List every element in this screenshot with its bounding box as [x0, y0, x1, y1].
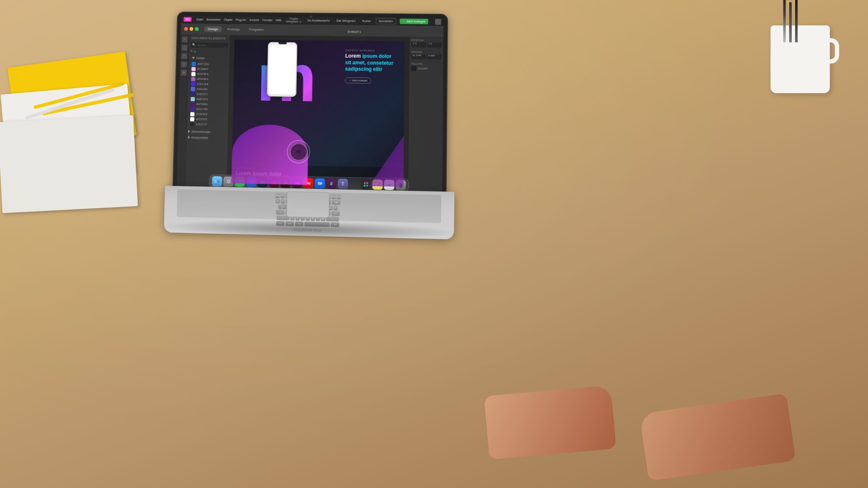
fill-swatch[interactable] — [411, 66, 416, 71]
key-tab[interactable]: ⇥ — [278, 204, 287, 209]
nav-cta[interactable]: → Jetzt loslegen — [399, 19, 428, 25]
zeichenformate-label: Zeichenformate — [192, 130, 211, 133]
color-swatch-4[interactable] — [191, 82, 195, 86]
tool-zoom[interactable]: ⊕ — [181, 70, 186, 76]
right-panel-position: Position X 0 Y 0 — [411, 39, 442, 48]
color-hex-10: #FAFEFE — [196, 113, 208, 116]
color-swatch-0[interactable] — [192, 62, 196, 66]
dock-finder[interactable] — [212, 176, 222, 187]
xd-interface: XD Datei Bearbeiten Objekt Plug-ins Ansi… — [177, 16, 444, 194]
tool-text[interactable]: T — [181, 61, 187, 67]
tools-in-mug — [783, 0, 798, 42]
color-swatch-3[interactable] — [191, 77, 195, 81]
trackpad[interactable] — [287, 191, 330, 218]
key-return[interactable]: ↩ — [331, 211, 340, 216]
traffic-light-red[interactable] — [184, 27, 188, 31]
right-panel-size: Größe W 1440 H 900 — [411, 51, 442, 60]
komponenten-expand-icon — [188, 136, 190, 139]
h-input[interactable]: H 900 — [427, 54, 442, 59]
color-hex-3: #F6FBFA — [197, 78, 209, 81]
menu-bearbeiten[interactable]: Bearbeiten — [206, 18, 220, 21]
color-swatch-1[interactable] — [192, 67, 196, 71]
color-swatch-12[interactable] — [190, 122, 194, 126]
tool-shape[interactable]: □ — [181, 45, 187, 51]
color-item-1: #F2B8FF — [192, 67, 226, 72]
key-p[interactable]: P — [334, 205, 338, 210]
design-canvas: m CRYPTO WINGMEN L — [231, 39, 405, 187]
dock-slack[interactable]: # — [326, 178, 337, 189]
panel-search[interactable]: 🔍 Suchen… — [190, 42, 228, 48]
color-swatch-2[interactable] — [191, 72, 195, 76]
color-swatch-10[interactable] — [190, 112, 195, 116]
key-f12[interactable]: F12 — [337, 194, 341, 199]
filter-icon[interactable]: ⇅ — [190, 50, 193, 53]
headline-lorem: Lorem — [345, 53, 361, 59]
w-input[interactable]: W 1440 — [411, 54, 426, 59]
color-swatch-11[interactable] — [190, 117, 195, 122]
menu-fenster[interactable]: Fenster — [262, 19, 273, 22]
komponenten-header[interactable]: Komponenten — [186, 134, 228, 141]
books-area — [0, 34, 161, 212]
dock-figma[interactable] — [361, 179, 371, 190]
color-list: #0071EA #F2B8FF #F6FBFA — [188, 61, 228, 128]
phone-notch — [278, 42, 287, 44]
menu-ansicht[interactable]: Ansicht — [250, 19, 259, 22]
tab-prototyp[interactable]: Prototyp — [224, 27, 243, 32]
color-hex-5: #4A5ADC — [197, 88, 208, 91]
right-panel-fill: Füllung #111827 — [411, 63, 442, 72]
nav-funktioniert[interactable]: So funktioniert's — [306, 18, 331, 23]
badge-icon: ✉ — [296, 149, 300, 155]
key-2[interactable]: 2 — [281, 199, 285, 203]
komponenten-label: Komponenten — [191, 136, 208, 139]
nav-tabs: So funktioniert's Die Wingmen Kurse Anme… — [306, 17, 428, 25]
key-esc[interactable]: esc — [275, 193, 280, 197]
mug-handle — [826, 38, 839, 64]
fill-label: Füllung — [411, 63, 442, 66]
key-backspace[interactable]: ⌫ — [332, 200, 340, 205]
key-1[interactable]: 1 — [275, 199, 280, 203]
tab-freigaben[interactable]: Freigaben — [245, 27, 267, 32]
tab-design[interactable]: Design — [204, 26, 221, 32]
window-ctrl-1[interactable] — [435, 19, 441, 25]
design-cta-button[interactable]: → Jetzt loslegen — [345, 77, 372, 83]
key-f11[interactable]: F11 — [331, 194, 336, 199]
color-swatch-7[interactable] — [191, 97, 195, 101]
traffic-light-green[interactable] — [195, 27, 199, 31]
menu-hilfe[interactable]: Hilfe — [276, 19, 282, 22]
expand-icon — [192, 57, 195, 59]
size-inputs: W 1440 H 900 — [411, 54, 442, 60]
xd-canvas[interactable]: m CRYPTO WINGMEN L — [227, 35, 409, 191]
svg-point-1 — [217, 180, 220, 183]
nav-wingmen[interactable]: Die Wingmen — [335, 18, 357, 23]
color-swatch-9[interactable] — [190, 107, 195, 111]
dock-teams[interactable]: T — [338, 179, 348, 189]
color-hex-9: #33179E — [196, 108, 208, 111]
pen-3 — [795, 0, 798, 42]
dock-chrome[interactable] — [349, 179, 360, 189]
key-caps[interactable]: ⇪ — [276, 210, 284, 214]
color-swatch-8[interactable] — [190, 102, 195, 106]
design-text-area: CRYPTO WINGMEN Lorem ipsum dolor sit ame… — [345, 49, 401, 84]
cloud-title: Crypto Wingmen ∨ — [286, 17, 301, 23]
tool-pen[interactable]: ✏ — [181, 53, 187, 59]
color-item-12: #151F1F — [190, 122, 225, 127]
dock-behance[interactable]: Bē — [314, 178, 325, 189]
traffic-light-yellow[interactable] — [189, 27, 193, 31]
color-swatch-6[interactable] — [191, 92, 195, 96]
color-hex-7: #88CDC6 — [197, 97, 208, 101]
nav-kurse[interactable]: Kurse — [361, 18, 373, 24]
tool-select[interactable]: ↖ — [181, 36, 187, 42]
x-input[interactable]: X 0 — [411, 42, 426, 47]
xd-logo-badge: XD — [184, 17, 192, 22]
phone-screen — [269, 45, 296, 94]
panel-title: DOKUMENTELEMENTE — [189, 35, 230, 42]
y-input[interactable]: Y 0 — [427, 42, 442, 47]
colors-header[interactable]: Farben — [190, 55, 228, 61]
menu-objekt[interactable]: Objekt — [224, 18, 232, 21]
menu-datei[interactable]: Datei — [197, 18, 203, 21]
nav-anmelden[interactable]: Anmelden — [376, 18, 396, 24]
color-item-0: #0071EA — [192, 61, 226, 67]
color-swatch-5[interactable] — [191, 87, 195, 91]
menu-plugins[interactable]: Plug-ins — [236, 18, 246, 21]
key-f1[interactable]: F1 — [281, 193, 285, 197]
